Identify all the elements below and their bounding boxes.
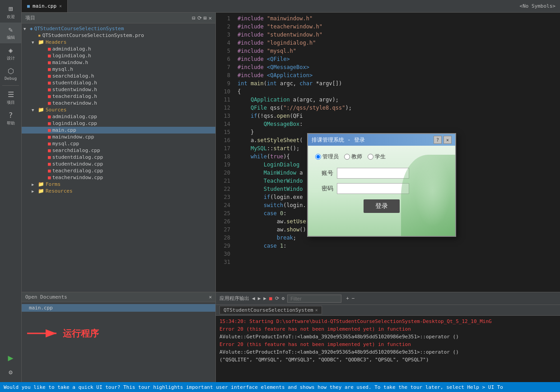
tree-header-file[interactable]: ■teacherdialog.h [22,93,215,100]
stop-icon[interactable]: ■ [269,295,272,301]
tree-source-file[interactable]: ■teacherwindow.cpp [22,174,215,181]
header-file-label: mainwindow.h [52,60,88,65]
sidebar-item-welcome[interactable]: ⊞ 欢迎 [0,2,21,23]
layout-icon[interactable]: ⊞ [204,15,207,21]
tree-pro-file[interactable]: ▪ QTStudentCourseSelectionSystem.pro [22,32,215,39]
teacher-radio[interactable] [344,154,350,160]
icon-bar-separator [2,85,19,86]
tree-forms-folder[interactable]: ▶ 📁 Forms [22,181,215,188]
tree-project-root[interactable]: ▼ ◈ QTStudentCourseSelectionSystem [22,25,215,32]
tab-label: main.cpp [33,3,56,9]
chevron-down-icon-headers: ▼ [32,40,38,45]
run-icon: ▶ [8,352,13,363]
dialog-controls: ? × [434,136,452,144]
tree-header-file[interactable]: ■admindialog.h [22,46,215,52]
username-input[interactable] [337,168,409,179]
header-file-label: teacherdialog.h [52,93,97,99]
config-icon[interactable]: ⚙ [282,295,285,301]
filter-input[interactable] [287,295,341,303]
output-tab-close[interactable]: × [315,308,318,313]
cpp-source-icon: ■ [48,114,51,120]
student-radio[interactable] [368,154,373,160]
open-doc-label: main.cpp [29,305,53,311]
tree-header-file[interactable]: ■searchdialog.h [22,73,215,79]
cpp-source-icon: ■ [48,127,51,133]
icon-bar-bottom: ▶ ⚙ [0,350,21,382]
admin-label: 管理员 [322,153,339,161]
cpp-source-icon: ■ [48,168,51,174]
chevron-right-icon-resources: ▶ [32,189,38,194]
sources-label: Sources [46,107,66,113]
tree-resources-folder[interactable]: ▶ 📁 Resources [22,188,215,194]
password-input[interactable] [337,183,409,194]
sync-icon[interactable]: ⟳ [197,15,202,21]
login-dialog[interactable]: 排课管理系统 - 登录 ? × 管理员 [307,133,456,237]
close-docs-icon[interactable]: ✕ [209,294,212,300]
chevron-down-icon: ▼ [23,27,30,31]
prev-btn[interactable]: ◀ [252,295,255,301]
source-file-label: mainwindow.cpp [52,134,94,140]
tree-header-file[interactable]: ■mysql.h [22,66,215,73]
login-button[interactable]: 登录 [364,199,400,213]
tree-source-file[interactable]: ■teacherdialog.cpp [22,167,215,174]
forms-label: Forms [46,181,61,187]
dialog-help-button[interactable]: ? [434,136,442,144]
cpp-source-icon: ■ [48,148,51,153]
filter-icon[interactable]: ⊟ [192,15,195,21]
project-icon: ☰ [8,90,14,99]
admin-radio[interactable] [315,154,321,160]
tree-header-file[interactable]: ■logindialog.h [22,52,215,59]
tree-source-file[interactable]: ■logindialog.cpp [22,120,215,127]
cpp-source-icon: ■ [48,120,51,126]
symbol-selector[interactable]: <No Symbols> [515,3,560,9]
sidebar-item-design[interactable]: ◈ 设计 [0,43,21,64]
sidebar-item-edit[interactable]: ✎ 编辑 [0,23,21,43]
forms-folder-icon: 📁 [38,181,44,187]
sidebar-title: 项目 [25,14,35,21]
header-file-label: searchdialog.h [52,73,94,79]
sidebar-item-debug[interactable]: ⬡ Debug [0,64,21,83]
tree-source-file[interactable]: ■admindialog.cpp [22,113,215,120]
build-button[interactable]: ⚙ [0,366,21,378]
source-file-label: searchdialog.cpp [52,148,100,153]
rebuild-icon[interactable]: ⟳ [275,295,279,301]
add-icon[interactable]: + [346,295,349,301]
tree-header-file[interactable]: ■teacherwindow.h [22,100,215,106]
h-file-icon: ■ [48,73,51,79]
source-files-list: ■admindialog.cpp■logindialog.cpp■main.cp… [22,113,215,181]
open-doc-main-cpp[interactable]: main.cpp [22,304,215,312]
debug-icon: ⬡ [8,67,14,75]
tree-source-file[interactable]: ■studentdialog.cpp [22,154,215,161]
tree-header-file[interactable]: ■studentwindow.h [22,86,215,93]
tab-bar: ■ main.cpp × <No Symbols> [22,0,560,13]
project-label: 项目 [7,100,15,106]
pro-file-label: QTStudentCourseSelectionSystem.pro [42,32,144,38]
tree-source-file[interactable]: ■studentwindow.cpp [22,161,215,167]
tab-close-button[interactable]: × [59,4,62,9]
status-text: Would you like to take a quick UI tour? … [4,384,503,390]
output-tab[interactable]: QTStudentCourseSelectionSystem × [219,306,322,314]
minus-icon[interactable]: − [352,295,355,301]
open-docs-toolbar: ✕ [209,294,212,300]
tree-header-file[interactable]: ■mainwindow.h [22,59,215,66]
tree-header-file[interactable]: ■studentdialog.h [22,79,215,86]
run-button[interactable]: ▶ [0,350,21,366]
tree-source-file[interactable]: ■mysql.cpp [22,140,215,147]
sidebar-item-project[interactable]: ☰ 项目 [0,88,21,108]
output-label: 应用程序输出 [219,295,249,302]
tree-source-file[interactable]: ■main.cpp [22,127,215,134]
sidebar-item-help[interactable]: ? 帮助 [0,108,21,129]
run-output-icon[interactable]: ▶ [263,295,266,301]
source-file-label: studentdialog.cpp [52,154,103,160]
next-btn[interactable]: ▶ [258,295,261,301]
tree-source-file[interactable]: ■mainwindow.cpp [22,134,215,140]
tab-main-cpp[interactable]: ■ main.cpp × [22,0,68,12]
header-file-label: mysql.h [52,66,73,72]
tree-source-file[interactable]: ■searchdialog.cpp [22,147,215,154]
project-toolbar: ⊟ ⟳ ⊞ ✕ [192,15,212,21]
close-sidebar-icon[interactable]: ✕ [209,15,212,21]
student-label: 学生 [375,153,386,161]
tree-headers-folder[interactable]: ▼ 📁 Headers [22,39,215,46]
tree-sources-folder[interactable]: ▼ 📁 Sources [22,106,215,113]
dialog-close-button[interactable]: × [443,136,452,144]
